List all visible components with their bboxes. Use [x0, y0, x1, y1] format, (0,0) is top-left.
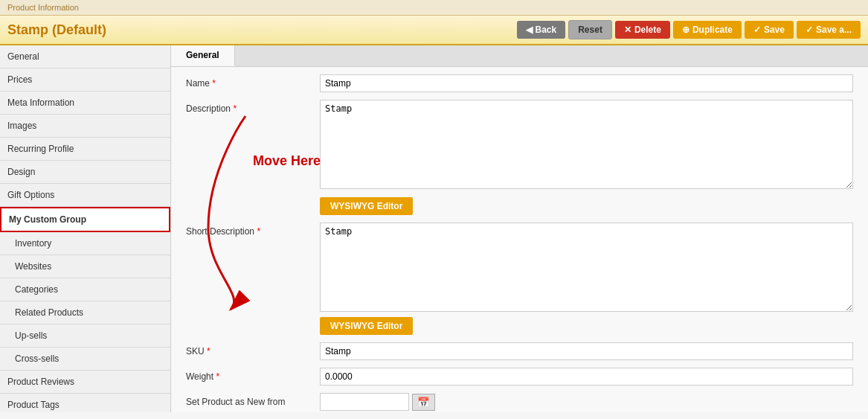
set-product-label: Set Product as New from: [186, 393, 320, 407]
page-title: Stamp (Default): [7, 22, 106, 38]
page-header: Stamp (Default) ◀ Back Reset ✕ Delete ⊕ …: [0, 16, 868, 45]
header-buttons: ◀ Back Reset ✕ Delete ⊕ Duplicate ✓ Save…: [517, 20, 861, 39]
sidebar-item-meta-information[interactable]: Meta Information: [0, 92, 170, 115]
sku-label: SKU *: [186, 342, 320, 356]
name-row: Name *: [186, 74, 853, 92]
name-input[interactable]: [320, 74, 853, 92]
set-product-row: Set Product as New from 📅: [186, 393, 853, 411]
short-description-input-wrapper: WYSIWYG Editor: [320, 223, 853, 335]
sidebar-item-gift-options[interactable]: Gift Options: [0, 184, 170, 207]
form-area: Name * Description * WYSIWYG Editor: [171, 67, 868, 412]
name-input-wrapper: [320, 74, 853, 92]
sidebar-item-inventory[interactable]: Inventory: [0, 232, 170, 255]
weight-input[interactable]: [320, 368, 853, 386]
weight-input-wrapper: [320, 368, 853, 386]
duplicate-icon: ⊕: [682, 25, 689, 35]
sku-input[interactable]: [320, 342, 853, 360]
save-all-icon: ✓: [806, 25, 813, 35]
weight-row: Weight *: [186, 368, 853, 386]
sidebar-item-product-tags[interactable]: Product Tags: [0, 394, 170, 412]
sidebar-item-images[interactable]: Images: [0, 115, 170, 138]
sidebar-item-related-products[interactable]: Related Products: [0, 301, 170, 324]
sidebar-item-my-custom-group[interactable]: My Custom Group: [0, 207, 170, 232]
description-input-wrapper: WYSIWYG Editor: [320, 100, 853, 215]
content-area: General Name * Description *: [171, 45, 868, 412]
sidebar-item-cross-sells[interactable]: Cross-sells: [0, 348, 170, 371]
save-button[interactable]: ✓ Save: [745, 21, 794, 39]
sidebar-item-recurring-profile[interactable]: Recurring Profile: [0, 138, 170, 161]
sidebar-item-product-reviews[interactable]: Product Reviews: [0, 371, 170, 394]
delete-button[interactable]: ✕ Delete: [615, 21, 670, 39]
delete-icon: ✕: [624, 25, 631, 35]
calendar-button[interactable]: 📅: [412, 394, 435, 411]
short-description-textarea[interactable]: [320, 223, 853, 312]
sidebar-item-prices[interactable]: Prices: [0, 68, 170, 92]
description-label: Description *: [186, 100, 320, 114]
duplicate-button[interactable]: ⊕ Duplicate: [673, 21, 742, 39]
set-product-input-wrapper: 📅: [320, 393, 853, 411]
sidebar-item-general[interactable]: General: [0, 45, 170, 68]
name-label: Name *: [186, 74, 320, 89]
reset-button[interactable]: Reset: [568, 20, 612, 39]
sidebar-item-up-sells[interactable]: Up-sells: [0, 324, 170, 348]
sku-input-wrapper: [320, 342, 853, 360]
wysiwyg-editor-button-2[interactable]: WYSIWYG Editor: [320, 317, 413, 335]
tab-general[interactable]: General: [171, 45, 235, 66]
back-icon: ◀: [526, 25, 533, 35]
sidebar: GeneralPricesMeta InformationImagesRecur…: [0, 45, 171, 412]
sku-row: SKU *: [186, 342, 853, 360]
sidebar-item-categories[interactable]: Categories: [0, 278, 170, 301]
content-tab-bar: General: [171, 45, 868, 67]
save-icon: ✓: [753, 25, 761, 35]
sidebar-item-design[interactable]: Design: [0, 161, 170, 184]
back-button[interactable]: ◀ Back: [517, 21, 566, 39]
description-textarea[interactable]: [320, 100, 853, 189]
save-all-button[interactable]: ✓ Save a...: [797, 21, 861, 39]
wysiwyg-editor-button-1[interactable]: WYSIWYG Editor: [320, 197, 413, 215]
calendar-icon: 📅: [417, 397, 430, 408]
set-product-date-input[interactable]: [320, 393, 409, 411]
breadcrumb: Product Information: [0, 0, 868, 16]
short-description-row: Short Description * WYSIWYG Editor: [186, 223, 853, 335]
description-row: Description * WYSIWYG Editor: [186, 100, 853, 215]
short-description-label: Short Description *: [186, 223, 320, 237]
weight-label: Weight *: [186, 368, 320, 382]
sidebar-item-websites[interactable]: Websites: [0, 255, 170, 278]
main-layout: GeneralPricesMeta InformationImagesRecur…: [0, 45, 868, 412]
